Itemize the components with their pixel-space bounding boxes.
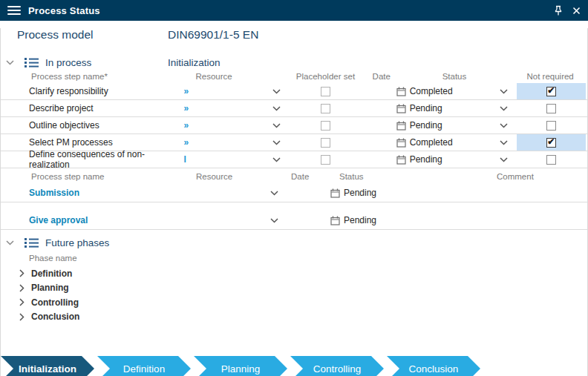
- list-icon: [24, 57, 39, 68]
- expand-chevron-icon[interactable]: [19, 269, 24, 277]
- calendar-icon[interactable]: [396, 121, 406, 131]
- panel-title: Process Status: [28, 5, 100, 16]
- chevron-down-icon[interactable]: [500, 89, 508, 94]
- placeholder-set-checkbox[interactable]: [321, 121, 330, 131]
- phase-arrow-conclusion[interactable]: Conclusion: [387, 356, 480, 376]
- process-model-label: Process model: [17, 28, 94, 42]
- phase-arrow-initialization[interactable]: Initialization: [1, 356, 94, 376]
- status-value: Completed: [410, 86, 453, 96]
- col-comment: Comment: [491, 172, 587, 181]
- close-icon[interactable]: [572, 7, 581, 15]
- not-required-checkbox[interactable]: [546, 155, 556, 165]
- col-date: Date: [368, 72, 396, 81]
- tree-item-definition[interactable]: Definition: [1, 266, 587, 281]
- chevron-down-icon[interactable]: [272, 106, 281, 111]
- not-required-cell: [517, 151, 586, 168]
- status-value: Pending: [410, 154, 442, 165]
- calendar-icon[interactable]: [396, 138, 406, 148]
- col-process-step-name: Process step name: [1, 172, 184, 181]
- section-label: In process: [45, 57, 91, 68]
- col-date: Date: [287, 172, 320, 181]
- placeholder-set-checkbox[interactable]: [321, 155, 330, 165]
- phase-progress-bar: InitializationDefinitionPlanningControll…: [1, 356, 480, 376]
- menu-icon[interactable]: [7, 6, 21, 15]
- calendar-icon[interactable]: [396, 87, 406, 96]
- list-icon: [24, 237, 39, 248]
- phase-arrow-definition[interactable]: Definition: [97, 356, 191, 376]
- not-required-cell: [517, 117, 586, 133]
- expand-chevron-icon[interactable]: [19, 298, 24, 306]
- table-row: Define consequences of non-realizationIP…: [1, 151, 587, 168]
- resource-link[interactable]: »: [183, 86, 189, 96]
- chevron-down-icon[interactable]: [272, 123, 281, 128]
- col-placeholder-set: Placeholder set: [284, 72, 368, 81]
- resource-link[interactable]: I: [183, 154, 186, 165]
- process-step-name: Clarify responsibility: [1, 86, 183, 96]
- chevron-down-icon[interactable]: [500, 140, 508, 145]
- calendar-icon[interactable]: [330, 188, 340, 198]
- resource-link[interactable]: »: [183, 103, 189, 113]
- process-step-name: Describe project: [1, 103, 183, 113]
- process-step-link[interactable]: Give approval: [29, 215, 88, 225]
- process-step-link[interactable]: Submission: [29, 188, 79, 198]
- section-label: Future phases: [45, 237, 109, 248]
- not-required-checkbox[interactable]: [546, 87, 556, 96]
- process-step-name: Select PM processes: [1, 137, 183, 148]
- col-process-step-name: Process step name*: [1, 72, 183, 81]
- tree-item-conclusion[interactable]: Conclusion: [1, 310, 587, 325]
- table-row: Clarify responsibility»Completed: [1, 83, 587, 100]
- chevron-down-icon[interactable]: [270, 191, 278, 196]
- not-required-cell: [517, 83, 586, 99]
- collapse-chevron-icon[interactable]: [6, 240, 14, 245]
- process-step-name: Define consequences of non-realization: [1, 149, 183, 170]
- col-phase-name: Phase name: [1, 251, 587, 265]
- future-phases-tree: DefinitionPlanningControllingConclusion: [1, 266, 587, 324]
- chevron-down-icon[interactable]: [500, 157, 508, 162]
- tree-item-controlling[interactable]: Controlling: [1, 295, 587, 310]
- phase-name: Conclusion: [31, 311, 79, 322]
- chevron-down-icon[interactable]: [500, 106, 508, 111]
- not-required-checkbox[interactable]: [546, 104, 556, 113]
- placeholder-set-checkbox[interactable]: [321, 87, 330, 96]
- phase-arrow-planning[interactable]: Planning: [194, 356, 287, 376]
- status-value: Pending: [410, 103, 442, 113]
- placeholder-set-checkbox[interactable]: [321, 104, 330, 113]
- panel-body: Process model DIN69901/1-5 EN In process…: [0, 28, 588, 376]
- chevron-down-icon[interactable]: [272, 157, 281, 162]
- process-model-value: DIN69901/1-5 EN: [168, 28, 258, 42]
- chevron-down-icon[interactable]: [500, 123, 508, 128]
- col-status: Status: [396, 72, 514, 81]
- status-value: Pending: [344, 215, 376, 225]
- col-not-required: Not required: [513, 72, 587, 81]
- calendar-icon[interactable]: [396, 155, 406, 165]
- not-required-checkbox[interactable]: [546, 121, 556, 131]
- status-value: Completed: [410, 137, 453, 148]
- table1-header: Process step name* Resource Placeholder …: [1, 70, 587, 83]
- process-model-row: Process model DIN69901/1-5 EN: [1, 28, 587, 46]
- chevron-down-icon[interactable]: [272, 89, 281, 94]
- pin-icon[interactable]: [553, 5, 564, 16]
- table2-header: Process step name Resource Date Status C…: [1, 169, 587, 184]
- chevron-down-icon[interactable]: [272, 140, 281, 145]
- table-row: Outline objectives»Pending: [1, 117, 587, 134]
- tree-item-planning[interactable]: Planning: [1, 281, 587, 296]
- phase-arrow-controlling[interactable]: Controlling: [290, 356, 384, 376]
- expand-chevron-icon[interactable]: [19, 284, 24, 292]
- table-row: Describe project»Pending: [1, 100, 587, 117]
- resource-link[interactable]: »: [183, 137, 189, 148]
- current-phase-label: Initialization: [168, 57, 220, 68]
- calendar-icon[interactable]: [330, 216, 340, 225]
- phase-name: Planning: [31, 283, 69, 293]
- expand-chevron-icon[interactable]: [19, 313, 24, 321]
- phase-name: Controlling: [31, 297, 79, 308]
- status-value: Pending: [344, 188, 376, 198]
- section-future-phases: Future phases: [1, 235, 587, 250]
- not-required-checkbox[interactable]: [546, 138, 556, 148]
- placeholder-set-checkbox[interactable]: [321, 138, 330, 148]
- calendar-icon[interactable]: [396, 104, 406, 113]
- process-step-name: Outline objectives: [1, 120, 183, 131]
- process-status-panel: Process Status Process model DIN69901/1-…: [0, 0, 588, 376]
- resource-link[interactable]: »: [183, 120, 189, 131]
- collapse-chevron-icon[interactable]: [6, 60, 14, 65]
- chevron-down-icon[interactable]: [270, 218, 278, 223]
